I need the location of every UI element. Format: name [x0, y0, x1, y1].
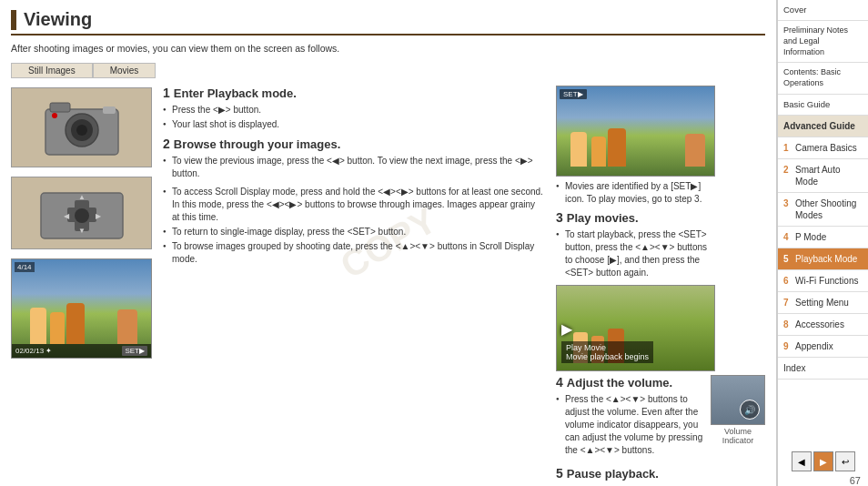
photo-thumbnail-1: 02/02/13 ✦ SET▶ 4/14: [11, 258, 152, 359]
play-movie-text: Play Movie: [566, 343, 649, 352]
tab-bar: Still Images Movies: [11, 63, 765, 78]
step-3-extra-1: Movies are identified by a [SET▶] icon. …: [556, 180, 715, 206]
sidebar-num-4: 4: [783, 231, 792, 243]
step-5: 5 Pause playback. To pause or resume pla…: [556, 466, 765, 486]
main-content: COPY Viewing After shooting images or mo…: [0, 0, 777, 486]
sidebar-item-cover[interactable]: Cover: [778, 0, 868, 21]
sidebar-item-playback-mode[interactable]: 5 Playback Mode: [778, 248, 868, 270]
play-movie-overlay: Play Movie Movie playback begins: [561, 341, 653, 363]
nav-prev-button[interactable]: ◀: [792, 451, 812, 471]
step-1-bullets: Press the <▶> button. Your last shot is …: [163, 104, 545, 131]
sidebar-smart-auto-row: 2 Smart Auto Mode: [783, 164, 863, 187]
sidebar-setting-row: 7 Setting Menu: [783, 297, 863, 309]
camera-image-1: [11, 87, 152, 167]
sidebar-item-appendix[interactable]: 9 Appendix: [778, 336, 868, 358]
svg-point-10: [75, 208, 89, 223]
play-icon: ▶: [561, 319, 572, 337]
svg-text:▼: ▼: [78, 227, 86, 235]
sidebar-camera-basics-row: 1 Camera Basics: [783, 142, 863, 154]
sidebar-item-wifi[interactable]: 6 Wi-Fi Functions: [778, 270, 868, 292]
tab-still-images[interactable]: Still Images: [11, 63, 93, 78]
vol-icon-area: 🔊: [740, 400, 760, 420]
step-1-bullet-2: Your last shot is displayed.: [163, 118, 545, 131]
step-2-bullet-1: To view the previous image, press the <◀…: [163, 155, 545, 180]
set-btn-indicator: SET▶: [560, 89, 587, 99]
sidebar-other-shooting-row: 3 Other Shooting Modes: [783, 197, 863, 221]
page-title-bar: Viewing: [11, 9, 765, 35]
nav-return-button[interactable]: ↩: [835, 451, 855, 471]
sidebar-num-2: 2: [783, 164, 792, 176]
counter: 4/14: [15, 262, 35, 272]
title-accent-bar: [11, 10, 16, 30]
sidebar-num-7: 7: [783, 297, 792, 309]
sidebar-item-setting-menu[interactable]: 7 Setting Menu: [778, 292, 868, 314]
sidebar-advanced-guide-header[interactable]: Advanced Guide: [778, 116, 868, 137]
sidebar-num-8: 8: [783, 319, 792, 330]
step-4-title: Adjust the volume.: [567, 376, 672, 390]
step-2-header: 2 Browse through your images.: [163, 137, 545, 151]
page-subtitle: After shooting images or movies, you can…: [11, 43, 765, 54]
svg-point-6: [52, 113, 57, 118]
sidebar-accessories-row: 8 Accessories: [783, 319, 863, 330]
sidebar-p-mode-row: 4 P Mode: [783, 231, 863, 243]
step-4-header: 4 Adjust the volume.: [556, 375, 703, 390]
sidebar-index-label: Index: [783, 363, 805, 373]
step-1: 1 Enter Playback mode. Press the <▶> but…: [163, 86, 545, 131]
sidebar-item-other-shooting[interactable]: 3 Other Shooting Modes: [778, 193, 868, 227]
step-1-num: 1: [163, 86, 170, 100]
step-2-extra-3: To browse images grouped by shooting dat…: [163, 240, 545, 266]
step-5-title: Pause playback.: [567, 467, 659, 481]
sidebar-item-basic-guide[interactable]: Basic Guide: [778, 95, 868, 116]
sidebar-wifi-row: 6 Wi-Fi Functions: [783, 275, 863, 287]
step-3: 3 Play movies. To start playback, press …: [556, 210, 765, 279]
step-2-extra-bullets: To access Scroll Display mode, press and…: [163, 186, 545, 266]
svg-point-3: [76, 125, 87, 136]
movie-scene-1: [557, 86, 714, 176]
step-2: 2 Browse through your images. To view th…: [163, 137, 545, 180]
nav-arrows: ◀ ▶ ↩: [778, 444, 868, 475]
sidebar-item-smart-auto[interactable]: 2 Smart Auto Mode: [778, 159, 868, 193]
step-3-title: Play movies.: [567, 211, 639, 225]
right-sidebar: Cover Preliminary Notes and Legal Inform…: [777, 0, 868, 486]
sidebar-setting-label: Setting Menu: [795, 297, 849, 309]
step-2-bullets: To view the previous image, press the <◀…: [163, 155, 545, 180]
sidebar-item-index[interactable]: Index: [778, 358, 868, 380]
sidebar-item-contents[interactable]: Contents: Basic Operations: [778, 63, 868, 94]
sidebar-item-p-mode[interactable]: 4 P Mode: [778, 227, 868, 248]
volume-icon: 🔊: [740, 400, 760, 420]
spacer: [778, 380, 868, 444]
step-3-bullets: To start playback, press the <SET> butto…: [556, 228, 715, 279]
sidebar-prelim-label: Preliminary Notes and Legal Information: [783, 25, 848, 56]
right-steps-column: SET▶ Movies are identified by a [SET▶] i…: [556, 86, 765, 486]
sidebar-basic-guide-label: Basic Guide: [783, 99, 830, 109]
sidebar-num-9: 9: [783, 340, 792, 352]
step-1-bullet-1: Press the <▶> button.: [163, 104, 545, 116]
sidebar-playback-row: 5 Playback Mode: [783, 253, 863, 265]
photo-movie-thumb-1: SET▶: [556, 86, 715, 177]
step-2-extra-1: To access Scroll Display mode, press and…: [163, 186, 545, 224]
tab-movies[interactable]: Movies: [93, 63, 156, 78]
photos-column: ▲ ▼ ◀ ▶ 02/02/13 ✦ SET▶: [11, 86, 152, 486]
sidebar-other-shooting-label: Other Shooting Modes: [795, 197, 863, 221]
sidebar-appendix-label: Appendix: [795, 340, 833, 352]
sidebar-item-camera-basics[interactable]: 1 Camera Basics: [778, 137, 868, 159]
step-2-extra-2: To return to single-image display, press…: [163, 226, 545, 238]
sidebar-num-5: 5: [783, 253, 792, 265]
page-title: Viewing: [24, 9, 92, 30]
step-3-bullet-1: To start playback, press the <SET> butto…: [556, 228, 715, 279]
sidebar-item-prelim[interactable]: Preliminary Notes and Legal Information: [778, 21, 868, 63]
nav-next-button[interactable]: ▶: [813, 451, 833, 471]
sidebar-item-accessories[interactable]: 8 Accessories: [778, 314, 868, 336]
volume-indicator-label: Volume Indicator: [711, 427, 765, 445]
sidebar-accessories-label: Accessories: [795, 319, 844, 330]
step-3-extra: Movies are identified by a [SET▶] icon. …: [556, 180, 715, 206]
step-4-area: 4 Adjust the volume. Press the <▲><▼> bu…: [556, 375, 765, 462]
sidebar-cover-label: Cover: [783, 5, 806, 15]
step-4-num: 4: [556, 375, 563, 390]
photo-scene-1: [12, 259, 151, 358]
svg-rect-5: [103, 106, 116, 114]
step-3-num: 3: [556, 210, 563, 225]
step-4-bullet-1: Press the <▲><▼> buttons to adjust the v…: [556, 393, 703, 457]
camera-svg-1: [41, 96, 123, 159]
volume-thumb-area: 🔊 Volume Indicator: [711, 375, 765, 445]
